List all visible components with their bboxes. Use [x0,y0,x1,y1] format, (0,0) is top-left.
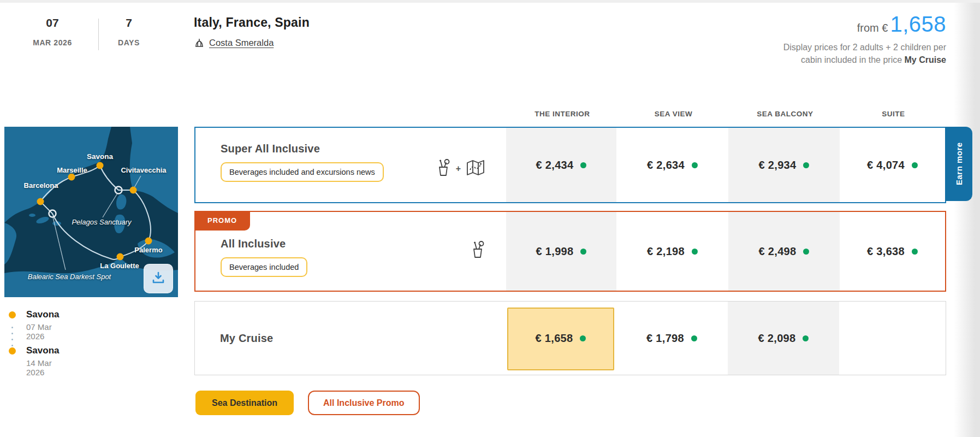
package-row-my-cruise: My Cruise € 1,658 € 1,798 € 2,098 [194,301,946,375]
package-info: Super All Inclusive Beverages included a… [195,128,506,202]
package-icons: + [436,158,485,179]
map-port-label-savona: Savona [87,152,113,161]
from-label: from € [857,22,888,34]
package-benefit-badge: Beverages included [221,257,307,277]
itinerary-header: Italy, France, Spain Costa Smeralda [194,15,310,48]
price-cell-suite-empty [839,302,945,375]
earn-more-tab[interactable]: Earn more [945,127,972,201]
price-cell-sea-balcony[interactable]: € 2,498 [728,212,840,291]
header-divider [98,19,99,50]
availability-dot [912,249,918,255]
ship-icon [194,37,205,48]
itinerary-connector [11,327,13,346]
price-cell-sea-view[interactable]: € 2,634 [616,128,728,202]
drink-icon [436,158,451,179]
availability-dot [803,162,809,168]
availability-dot [692,162,698,168]
tag-buttons: Sea Destination All Inclusive Promo [195,391,420,415]
page-edge-fade [954,3,980,437]
itinerary-date: 14 Mar 2026 [26,358,59,377]
price-cell-suite[interactable]: € 4,074 [840,128,945,202]
price-summary: from €1,658 Display prices for 2 adults … [766,12,946,66]
port-dot-icon [9,347,16,355]
itinerary-item: Savona 14 Mar 2026 [9,345,59,377]
package-icons [470,240,485,261]
departure-day: 07 [26,16,79,29]
itinerary-date: 07 Mar 2026 [26,322,59,341]
availability-dot [580,335,586,341]
map-icon [466,159,485,179]
map-port-label-marseille: Marseille [57,166,87,174]
map-port-label-la-goulette: La Goulette [100,262,139,270]
price-note-plan: My Cruise [905,55,946,64]
column-header-interior: THE INTERIOR [507,110,617,118]
departure-month-year: MAR 2026 [26,38,79,47]
availability-dot [692,249,698,255]
price-cell-interior-selected[interactable]: € 1,658 [506,302,616,375]
from-price: 1,658 [890,12,946,37]
column-header-sea-balcony: SEA BALCONY [729,110,841,118]
package-info: My Cruise [195,302,506,375]
price-cell-sea-balcony[interactable]: € 2,934 [728,128,840,202]
itinerary-port: Savona [26,345,59,356]
duration-value: 7 [107,16,151,29]
all-inclusive-promo-button[interactable]: All Inclusive Promo [308,391,419,415]
map-download-button[interactable] [144,264,173,293]
price-note: Display prices for 2 adults + 2 children… [766,41,946,66]
availability-dot [580,162,586,168]
availability-dot [803,335,809,341]
itinerary-port: Savona [26,309,59,320]
page-title: Italy, France, Spain [194,15,310,30]
availability-dot [803,249,809,255]
column-header-sea-view: SEA VIEW [617,110,729,118]
price-cell-sea-balcony[interactable]: € 2,098 [728,302,839,375]
drink-icon [470,240,485,261]
top-divider [0,0,980,3]
plus-separator: + [456,164,461,174]
availability-dot [691,335,697,341]
price-cell-interior[interactable]: € 2,434 [506,128,616,202]
package-name: My Cruise [220,332,273,345]
sea-destination-button[interactable]: Sea Destination [195,391,294,415]
package-name: All Inclusive [221,238,506,250]
map-port-label-civitavecchia: Civitavecchia [121,166,166,174]
package-benefit-badge: Beverages included and excursions news [221,162,384,182]
package-name: Super All Inclusive [221,143,506,155]
ship-row: Costa Smeralda [194,37,310,48]
availability-dot [580,249,586,255]
package-row-super-all-inclusive: Super All Inclusive Beverages included a… [194,127,946,203]
cruise-duration: 7 DAYS [107,16,151,47]
duration-label: DAYS [107,38,151,47]
departure-date: 07 MAR 2026 [26,16,79,47]
map-port-label-palermo: Palermo [134,246,162,254]
cruise-result-card: 07 MAR 2026 7 DAYS Italy, France, Spain … [0,0,980,437]
price-cell-suite[interactable]: € 3,638 [840,212,945,291]
package-info: All Inclusive Beverages included [195,212,506,291]
ship-name-link[interactable]: Costa Smeralda [209,38,274,48]
column-header-suite: SUITE [841,110,946,118]
itinerary-item: Savona 07 Mar 2026 [9,309,59,341]
download-icon [151,270,166,287]
map-port-label-barcelona: Barcelona [24,181,58,190]
package-row-all-inclusive: PROMO All Inclusive Beverages included €… [194,211,946,292]
map-spot-label-pelagos: Pelagos Sanctuary [72,218,131,226]
price-cell-sea-view[interactable]: € 1,798 [616,302,728,375]
price-cell-sea-view[interactable]: € 2,198 [616,212,728,291]
availability-dot [912,162,918,168]
port-dot-icon [9,311,16,318]
price-cell-interior[interactable]: € 1,998 [506,212,616,291]
cabin-column-headers: THE INTERIOR SEA VIEW SEA BALCONY SUITE [507,110,946,118]
map-spot-label-balearic: Balearic Sea Darkest Spot [28,273,111,281]
route-map: Savona Marseille Civitavecchia Barcelona… [4,127,178,297]
